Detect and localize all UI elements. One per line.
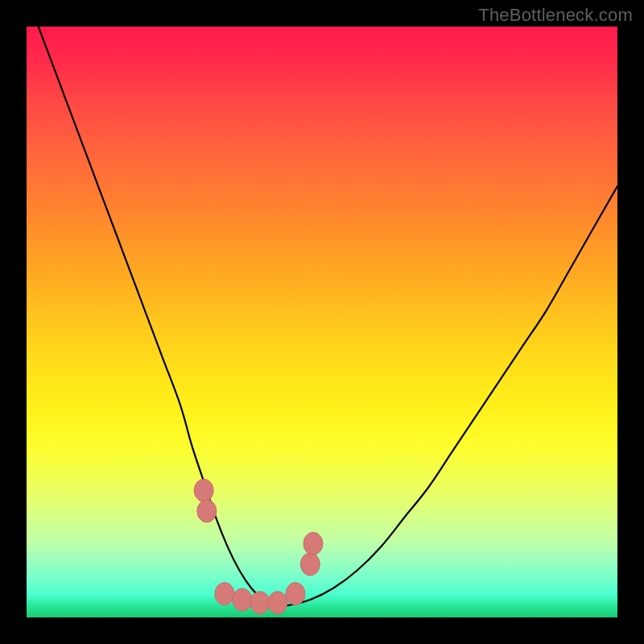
marker-point bbox=[215, 583, 234, 605]
marker-point bbox=[300, 553, 320, 576]
chart-frame: TheBottleneck.com bbox=[0, 0, 644, 644]
curve-layer bbox=[27, 27, 617, 617]
marker-point bbox=[286, 583, 305, 605]
marker-point bbox=[250, 592, 270, 614]
marker-point bbox=[194, 479, 213, 502]
marker-point bbox=[303, 532, 323, 555]
marker-point bbox=[233, 588, 252, 611]
marker-point bbox=[268, 592, 287, 614]
bottleneck-curve bbox=[39, 27, 617, 606]
marker-point bbox=[197, 500, 217, 522]
watermark-text: TheBottleneck.com bbox=[478, 5, 633, 26]
curve-markers bbox=[194, 479, 323, 613]
plot-area bbox=[27, 27, 617, 617]
